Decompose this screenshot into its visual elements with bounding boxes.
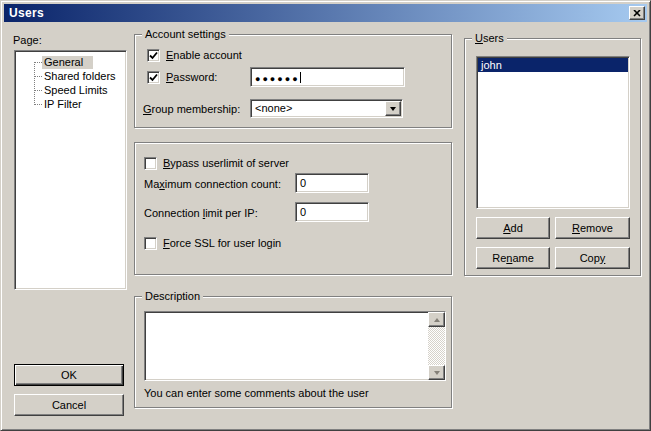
scroll-down-button[interactable] xyxy=(428,365,445,380)
password-masked-value: ●●●●●● xyxy=(255,74,300,84)
check-icon xyxy=(149,73,158,82)
bypass-userlimit-label: Bypass userlimit of server xyxy=(163,157,289,170)
vertical-scrollbar[interactable] xyxy=(428,312,445,380)
tree-item-label[interactable]: General xyxy=(42,56,93,69)
enable-account-checkbox[interactable]: Enable account xyxy=(147,49,242,62)
password-label: Password: xyxy=(166,71,217,84)
cancel-button[interactable]: Cancel xyxy=(14,394,124,416)
max-connections-input[interactable]: 0 xyxy=(295,173,369,193)
ok-button[interactable]: OK xyxy=(14,364,124,386)
description-textarea[interactable] xyxy=(144,311,446,381)
description-title: Description xyxy=(142,290,203,303)
tree-item-ip-filter[interactable]: IP Filter xyxy=(16,97,125,111)
arrow-down-icon xyxy=(434,371,440,378)
users-dialog: Users Page: General Shared folders Speed… xyxy=(0,0,651,431)
tree-connector xyxy=(35,104,42,105)
max-connections-label: Maximum connection count: xyxy=(144,178,281,191)
description-hint: You can enter some comments about the us… xyxy=(144,387,369,400)
tree-item-general[interactable]: General xyxy=(16,55,125,69)
user-name: john xyxy=(481,59,502,71)
checkbox-box[interactable] xyxy=(144,157,157,170)
user-list-item-john[interactable]: john xyxy=(478,58,628,72)
group-membership-select[interactable]: <none> xyxy=(250,99,403,118)
description-group: Description You can enter some comments … xyxy=(134,296,452,408)
account-settings-title: Account settings xyxy=(142,28,229,41)
check-icon xyxy=(149,51,158,60)
add-user-button[interactable]: Add xyxy=(476,217,550,239)
users-group: Users john Add Remove Rename Copy xyxy=(464,38,641,276)
force-ssl-checkbox[interactable]: Force SSL for user login xyxy=(144,237,281,250)
ip-limit-label: Connection limit per IP: xyxy=(144,207,258,220)
tree-item-label[interactable]: Speed Limits xyxy=(42,84,110,97)
page-label: Page: xyxy=(13,34,42,47)
chevron-down-icon xyxy=(390,107,396,114)
max-connections-value: 0 xyxy=(300,177,306,189)
force-ssl-label: Force SSL for user login xyxy=(163,237,281,250)
window-title: Users xyxy=(9,6,44,20)
tree-connector xyxy=(35,76,42,77)
rename-user-button[interactable]: Rename xyxy=(476,247,550,269)
close-button[interactable] xyxy=(629,6,645,20)
password-checkbox[interactable]: Password: xyxy=(147,71,217,84)
checkbox-box[interactable] xyxy=(144,237,157,250)
checkbox-box[interactable] xyxy=(147,71,160,84)
tree-item-shared-folders[interactable]: Shared folders xyxy=(16,69,125,83)
tree-item-label[interactable]: IP Filter xyxy=(42,98,84,111)
users-group-title: Users xyxy=(472,32,507,45)
group-membership-label: Group membership: xyxy=(143,103,240,116)
tree-item-label[interactable]: Shared folders xyxy=(42,70,118,83)
account-settings-group: Account settings Enable account Password… xyxy=(134,34,452,128)
checkbox-box[interactable] xyxy=(147,49,160,62)
page-tree[interactable]: General Shared folders Speed Limits IP F… xyxy=(14,50,127,290)
tree-connector xyxy=(35,90,42,91)
group-membership-value: <none> xyxy=(255,102,292,114)
bypass-userlimit-checkbox[interactable]: Bypass userlimit of server xyxy=(144,157,289,170)
scroll-up-button[interactable] xyxy=(428,312,445,327)
enable-account-label: Enable account xyxy=(166,49,242,62)
dropdown-button[interactable] xyxy=(385,101,401,116)
arrow-up-icon xyxy=(434,315,440,322)
copy-user-button[interactable]: Copy xyxy=(555,247,630,269)
tree-item-speed-limits[interactable]: Speed Limits xyxy=(16,83,125,97)
users-listbox[interactable]: john xyxy=(476,56,630,209)
titlebar[interactable]: Users xyxy=(4,4,647,22)
ip-limit-value: 0 xyxy=(300,206,306,218)
tree-connector xyxy=(35,62,42,63)
remove-user-button[interactable]: Remove xyxy=(555,217,630,239)
ip-limit-input[interactable]: 0 xyxy=(295,202,369,222)
password-input[interactable]: ●●●●●● xyxy=(250,67,405,87)
connection-limits-group: Bypass userlimit of server Maximum conne… xyxy=(134,142,452,275)
close-icon xyxy=(633,10,641,17)
